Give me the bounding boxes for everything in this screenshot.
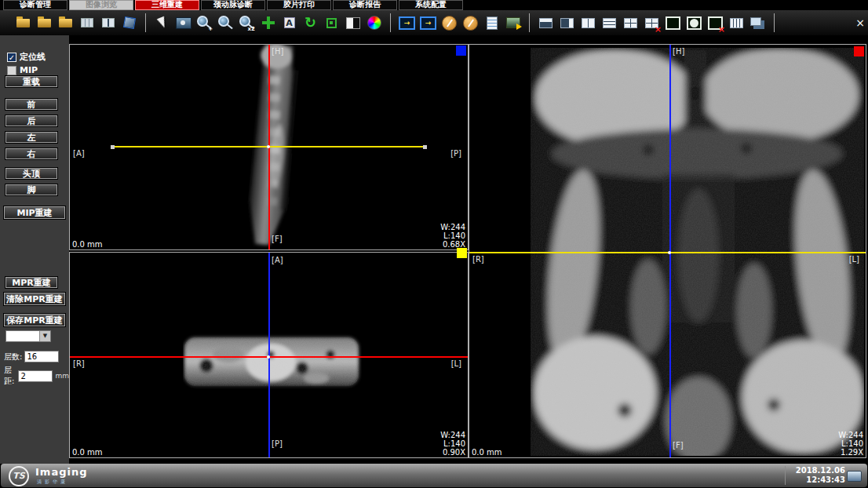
layer-count-field: 层数: <box>4 351 59 362</box>
layout-single-icon[interactable] <box>536 13 556 33</box>
layout-grid-icon[interactable] <box>621 13 640 33</box>
brand-name: Imaging <box>35 466 87 478</box>
head-top-button[interactable]: 头顶 <box>5 168 57 179</box>
mpr-save-button[interactable]: 保存MPR重建 <box>4 314 65 326</box>
clock: 2018.12.06 12:43:43 <box>796 466 845 485</box>
link-move-icon[interactable]: → <box>397 13 417 33</box>
orientation-label-right: [P] <box>450 149 461 158</box>
folder-config-icon[interactable] <box>13 13 33 33</box>
front-button[interactable]: 前 <box>5 99 57 110</box>
tab-diagnosis-report[interactable]: 诊断报告 <box>333 0 397 10</box>
pan-icon[interactable] <box>258 13 278 33</box>
tab-image-browse[interactable]: 图像浏览 <box>69 0 133 10</box>
crosshair-handle[interactable] <box>423 145 427 149</box>
orientation-label-left: [A] <box>73 149 85 158</box>
close-icon[interactable]: × <box>855 17 865 28</box>
orientation-label-left: [R] <box>472 255 484 264</box>
mpr-rebuild-button[interactable]: MPR重建 <box>5 277 57 288</box>
layer-count-input[interactable] <box>24 351 59 362</box>
crosshair-handle[interactable] <box>111 145 115 149</box>
checked-checkbox-icon: ✓ <box>7 53 16 62</box>
layer-spacing-input[interactable] <box>18 370 53 382</box>
orientation-label-left: [R] <box>73 359 85 368</box>
series-split-icon[interactable] <box>98 13 118 33</box>
crop-rect-icon[interactable] <box>663 13 683 33</box>
toolbar-separator <box>529 13 530 32</box>
fit-screen-icon[interactable] <box>322 13 341 33</box>
toolbar: + x2 A ↻ → → × × <box>0 10 868 35</box>
right-button[interactable]: 右 <box>5 148 57 159</box>
layout-rows-icon[interactable] <box>600 13 619 33</box>
status-separator <box>785 466 786 485</box>
mpr-clear-button[interactable]: 清除MPR重建 <box>4 293 65 305</box>
coronal-viewport[interactable]: [H] [R] [L] [F] 0.0 mm W:244 L:140 1.29X <box>469 44 866 458</box>
orientation-label-bottom: [P] <box>272 439 283 448</box>
crosshair-center-dot <box>668 251 671 254</box>
toolbar-separator <box>145 13 146 32</box>
orientation-label-bottom: [F] <box>272 235 283 243</box>
sagittal-viewport[interactable]: [H] [A] [P] [F] 0.0 mm W:244 L:140 0.68X <box>69 44 469 250</box>
annotation-text-icon[interactable]: A <box>279 13 299 33</box>
mpr-series-select[interactable]: ▼ <box>5 330 51 342</box>
position-readout: 0.0 mm <box>72 240 103 249</box>
window-value: W:244 <box>838 431 863 439</box>
link-sync-icon[interactable]: → <box>418 13 438 33</box>
tab-3d-reconstruction[interactable]: 三维重建 <box>135 0 199 10</box>
app-window: 诊断管理 图像浏览 三维重建 颈动脉诊断 胶片打印 诊断报告 系统配置 + x2… <box>0 0 868 488</box>
window-level-readout: W:244 L:140 0.68X <box>440 223 465 249</box>
orientation-label-bottom: [F] <box>673 441 684 450</box>
zoom-in-icon[interactable]: + <box>195 13 214 33</box>
volume-3d-icon[interactable] <box>119 13 139 33</box>
level-value: L:140 <box>838 439 863 448</box>
date-value: 2018.12.06 <box>796 466 845 475</box>
tab-film-print[interactable]: 胶片打印 <box>267 0 331 10</box>
left-button[interactable]: 左 <box>5 132 57 143</box>
checkbox-mip[interactable]: MIP <box>7 65 38 75</box>
checkbox-label: 定位线 <box>20 51 46 63</box>
tab-carotid-diagnosis[interactable]: 颈动脉诊断 <box>201 0 265 10</box>
window-level-readout: W:244 L:140 0.90X <box>440 431 465 457</box>
layout-2col-icon[interactable] <box>578 13 598 33</box>
orientation-label-top: [H] <box>272 47 283 56</box>
crop-delete-icon[interactable]: × <box>706 13 725 33</box>
window-level-icon[interactable] <box>173 13 193 33</box>
window-level-readout: W:244 L:140 1.29X <box>838 431 863 457</box>
layout-thumbnails-icon[interactable] <box>557 13 577 33</box>
checkbox-locator-line[interactable]: ✓ 定位线 <box>7 51 46 63</box>
rotate-icon[interactable]: ↻ <box>301 13 320 33</box>
toolbar-separator <box>774 13 775 32</box>
dicom-browser-icon[interactable] <box>77 13 97 33</box>
checkbox-label: MIP <box>20 65 38 75</box>
unchecked-checkbox-icon <box>7 66 16 75</box>
measure-pen-icon[interactable] <box>439 13 459 33</box>
status-bar: TS Imaging 清影华康 2018.12.06 12:43:43 <box>1 464 867 487</box>
axial-corner-indicator <box>457 248 467 258</box>
toolbox-icon[interactable] <box>461 13 480 33</box>
zoom-factor: 0.90X <box>440 448 465 457</box>
zoom-2x-icon[interactable]: x2 <box>237 13 257 33</box>
chevron-down-icon[interactable]: ▼ <box>39 331 50 341</box>
invert-icon[interactable] <box>343 13 363 33</box>
pseudo-color-icon[interactable] <box>364 13 384 33</box>
time-value: 12:43:43 <box>796 475 845 485</box>
mip-rebuild-button[interactable]: MIP重建 <box>4 206 65 219</box>
tab-system-config[interactable]: 系统配置 <box>399 0 463 10</box>
reload-button[interactable]: 重载 <box>5 76 57 87</box>
foot-button[interactable]: 脚 <box>5 184 57 195</box>
layout-columns-icon[interactable] <box>727 13 746 33</box>
tab-diagnosis-manage[interactable]: 诊断管理 <box>3 0 67 10</box>
toolbar-separator <box>390 13 391 32</box>
folder-open-icon[interactable] <box>35 13 54 33</box>
orientation-label-top: [A] <box>272 256 283 264</box>
axial-viewport[interactable]: [A] [R] [L] [P] 0.0 mm W:244 L:140 0.90X <box>69 252 469 458</box>
back-button[interactable]: 后 <box>5 115 57 126</box>
folder-import-icon[interactable] <box>56 13 75 33</box>
cursor-icon[interactable] <box>152 13 172 33</box>
layout-clear-icon[interactable]: × <box>642 13 662 33</box>
zoom-region-icon[interactable] <box>216 13 235 33</box>
export-image-icon[interactable] <box>503 13 523 33</box>
cascade-windows-icon[interactable] <box>748 13 768 33</box>
crop-circle-icon[interactable] <box>684 13 704 33</box>
report-icon[interactable] <box>482 13 501 33</box>
unit-label: mm <box>55 372 69 380</box>
